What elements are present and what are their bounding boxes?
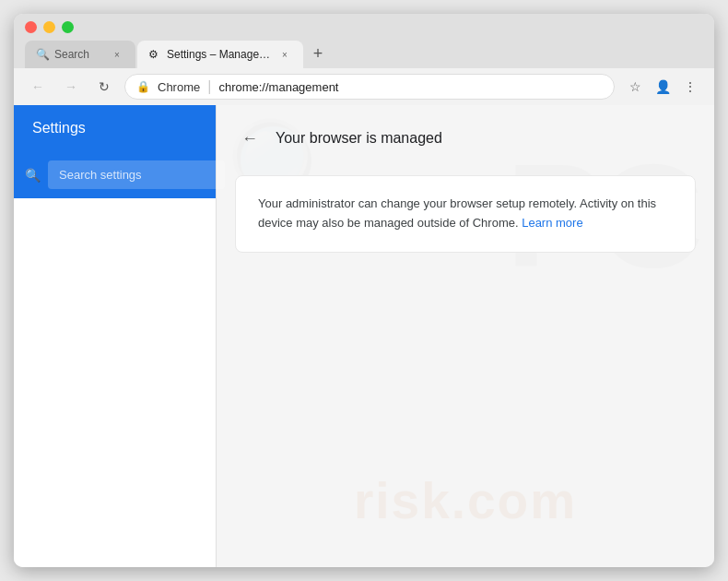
profile-icon: 👤 — [655, 79, 671, 94]
window-controls — [25, 21, 703, 33]
tab-settings-close[interactable]: × — [277, 47, 292, 62]
search-settings-input[interactable] — [48, 160, 225, 189]
bookmark-icon: ☆ — [629, 79, 641, 94]
browser-content: Settings 🔍 🔍 PC risk.com ← You — [14, 105, 714, 567]
nav-actions: ☆ 👤 ⋮ — [622, 74, 703, 100]
tab-search-close[interactable]: × — [110, 47, 124, 62]
tabs-row: 🔍 Search × ⚙ Settings – Management × + — [25, 41, 703, 68]
title-bar: 🔍 Search × ⚙ Settings – Management × + — [14, 14, 714, 68]
new-tab-button[interactable]: + — [305, 41, 331, 66]
address-separator: | — [207, 78, 211, 95]
reload-button[interactable]: ↻ — [91, 74, 117, 100]
chrome-label: Chrome — [158, 80, 200, 94]
menu-icon: ⋮ — [684, 79, 697, 94]
settings-tab-favicon: ⚙ — [148, 48, 161, 61]
back-icon: ← — [241, 129, 258, 148]
bookmark-button[interactable]: ☆ — [622, 74, 648, 100]
forward-nav-button[interactable]: → — [58, 74, 84, 100]
sidebar-title: Settings — [14, 105, 216, 151]
nav-bar: ← → ↻ 🔒 Chrome | chrome://management ☆ 👤… — [14, 68, 714, 105]
tab-settings-label: Settings – Management — [167, 48, 272, 61]
back-nav-button[interactable]: ← — [25, 74, 51, 100]
maximize-button[interactable] — [62, 21, 74, 33]
info-box: Your administrator can change your brows… — [235, 175, 696, 253]
search-tab-favicon: 🔍 — [36, 48, 49, 61]
forward-nav-icon: → — [65, 79, 77, 94]
sidebar-search-area: 🔍 — [14, 151, 216, 198]
close-button[interactable] — [25, 21, 37, 33]
page-title: Your browser is managed — [276, 130, 442, 147]
reload-icon: ↻ — [99, 79, 110, 94]
address-bar[interactable]: 🔒 Chrome | chrome://management — [124, 74, 615, 100]
main-area: 🔍 PC risk.com ← Your browser is managed … — [217, 105, 714, 567]
back-button[interactable]: ← — [235, 124, 264, 153]
browser-window: 🔍 Search × ⚙ Settings – Management × + ←… — [14, 14, 714, 567]
tab-search[interactable]: 🔍 Search × — [25, 41, 135, 68]
tab-search-label: Search — [54, 48, 104, 61]
profile-button[interactable]: 👤 — [650, 74, 675, 100]
watermark-risk: risk.com — [354, 471, 577, 530]
address-text: chrome://management — [218, 80, 603, 94]
menu-button[interactable]: ⋮ — [677, 74, 703, 100]
search-icon: 🔍 — [25, 168, 41, 183]
sidebar: Settings 🔍 — [14, 105, 217, 567]
back-nav-icon: ← — [31, 79, 44, 94]
info-text: Your administrator can change your brows… — [258, 195, 673, 233]
learn-more-link[interactable]: Learn more — [522, 216, 582, 230]
lock-icon: 🔒 — [136, 80, 150, 93]
minimize-button[interactable] — [43, 21, 55, 33]
tab-settings[interactable]: ⚙ Settings – Management × — [137, 41, 303, 68]
page-header: ← Your browser is managed — [235, 124, 696, 153]
